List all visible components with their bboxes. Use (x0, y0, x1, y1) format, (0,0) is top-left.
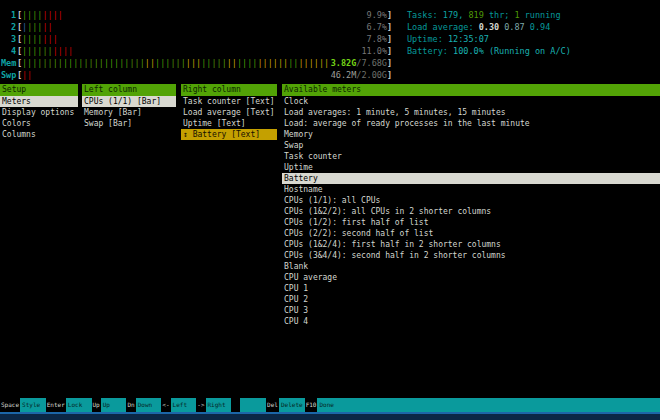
window-bottom-edge (0, 412, 660, 420)
fnkey-label: Up (101, 398, 127, 412)
panel-right-column: Right column Task counter [Text]Load ave… (181, 84, 277, 140)
panel-left-column: Left column CPUs (1/1) [Bar]Memory [Bar]… (82, 84, 176, 129)
htop-setup-screen: 1[||||||||9.9%]2[||||||6.7%]3[|||||||7.8… (0, 0, 660, 420)
setup-item-meters[interactable]: Meters (0, 96, 78, 107)
swap-meter: Swp[||46.2M/2.00G] (0, 69, 420, 81)
setup-item-cpus-1-2-first-half-of-list[interactable]: CPUs (1/2): first half of list (282, 217, 660, 228)
fnkey-label: Down (136, 398, 162, 412)
panel-left-column-header: Left column (82, 84, 176, 96)
setup-item-battery-text[interactable]: ↕ Battery [Text] (181, 129, 277, 140)
panel-available-meters: Available meters ClockLoad averages: 1 m… (282, 84, 660, 327)
fnkey-label: Left (171, 398, 197, 412)
setup-item-columns[interactable]: Columns (0, 129, 78, 140)
setup-item-display-options[interactable]: Display options (0, 107, 78, 118)
function-key-bar: SpaceStyle EnterLock UpUp DnDown <-Left … (0, 398, 660, 412)
battery-line: Battery: 100.0% (Running on A/C) (407, 45, 571, 57)
setup-item-battery[interactable]: Battery (282, 173, 660, 184)
cpu4-meter: 4[||||||||||11.0%] (0, 45, 420, 57)
memory-meter: Mem[||||||||||||||||||||||||||||||||||||… (0, 57, 420, 69)
fnkey-label: Done (317, 398, 660, 412)
setup-item-uptime-text[interactable]: Uptime [Text] (181, 118, 277, 129)
fnkey-cap: Up (92, 398, 101, 412)
setup-item-cpus-3-4-4-second-half-in-2-shorter-columns[interactable]: CPUs (3&4/4): second half in 2 shorter c… (282, 250, 660, 261)
fnkey-down[interactable]: DnDown (126, 398, 161, 412)
fnkey-label: Style (20, 398, 46, 412)
fnkey-blank[interactable] (231, 398, 266, 412)
fnkey-style[interactable]: SpaceStyle (0, 398, 46, 412)
panel-right-column-items: Task counter [Text]Load average [Text]Up… (181, 96, 277, 140)
setup-item-cpu-1[interactable]: CPU 1 (282, 283, 660, 294)
memory-meter-close-bracket: ] (387, 57, 392, 69)
cpu4-meter-close-bracket: ] (387, 45, 392, 57)
cpu1-meter-value: 9.9% (0, 9, 387, 21)
cpu1-meter: 1[||||||||9.9%] (0, 9, 420, 21)
setup-item-cpu-4[interactable]: CPU 4 (282, 316, 660, 327)
fnkey-cap: Del (266, 398, 279, 412)
setup-item-cpus-1-2-2-all-cpus-in-2-shorter-columns[interactable]: CPUs (1&2/2): all CPUs in 2 shorter colu… (282, 206, 660, 217)
setup-item-cpu-2[interactable]: CPU 2 (282, 294, 660, 305)
setup-item-cpus-1-2-4-first-half-in-2-shorter-columns[interactable]: CPUs (1&2/4): first half in 2 shorter co… (282, 239, 660, 250)
cpu2-meter-close-bracket: ] (387, 21, 392, 33)
fnkey-cap: F10 (305, 398, 318, 412)
fnkey-label: Lock (66, 398, 92, 412)
fnkey-up[interactable]: UpUp (92, 398, 127, 412)
fnkey-done[interactable]: F10Done (305, 398, 660, 412)
fnkey-delete[interactable]: DelDelete (266, 398, 305, 412)
cpu3-meter: 3[|||||||7.8%] (0, 33, 420, 45)
panel-setup: Setup MetersDisplay optionsColorsColumns (0, 84, 78, 140)
setup-item-cpus-2-2-second-half-of-list[interactable]: CPUs (2/2): second half of list (282, 228, 660, 239)
fnkey-cap: -> (196, 398, 205, 412)
panel-available-meters-items: ClockLoad averages: 1 minute, 5 minutes,… (282, 96, 660, 327)
setup-item-cpu-average[interactable]: CPU average (282, 272, 660, 283)
panel-available-meters-header: Available meters (282, 84, 660, 96)
setup-item-swap[interactable]: Swap (282, 140, 660, 151)
swap-meter-close-bracket: ] (387, 69, 392, 81)
setup-item-cpus-1-1-all-cpus[interactable]: CPUs (1/1): all CPUs (282, 195, 660, 206)
panel-setup-items: MetersDisplay optionsColorsColumns (0, 96, 78, 140)
setup-item-cpus-1-1-bar[interactable]: CPUs (1/1) [Bar] (82, 96, 176, 107)
setup-item-task-counter-text[interactable]: Task counter [Text] (181, 96, 277, 107)
setup-item-clock[interactable]: Clock (282, 96, 660, 107)
fnkey-cap: Space (0, 398, 20, 412)
fnkey-right[interactable]: ->Right (196, 398, 231, 412)
load-average-line: Load average: 0.30 0.87 0.94 (407, 21, 550, 33)
setup-item-blank[interactable]: Blank (282, 261, 660, 272)
cpu4-meter-value: 11.0% (0, 45, 387, 57)
setup-item-load-averages-1-minute-5-minutes-15-minutes[interactable]: Load averages: 1 minute, 5 minutes, 15 m… (282, 107, 660, 118)
setup-item-memory[interactable]: Memory (282, 129, 660, 140)
cpu3-meter-value: 7.8% (0, 33, 387, 45)
fnkey-cap: Dn (126, 398, 135, 412)
setup-item-colors[interactable]: Colors (0, 118, 78, 129)
setup-item-uptime[interactable]: Uptime (282, 162, 660, 173)
fnkey-left[interactable]: <-Left (161, 398, 196, 412)
setup-item-load-average-text[interactable]: Load average [Text] (181, 107, 277, 118)
cpu2-meter-value: 6.7% (0, 21, 387, 33)
fnkey-label: Right (206, 398, 232, 412)
setup-item-swap-bar[interactable]: Swap [Bar] (82, 118, 176, 129)
cpu3-meter-close-bracket: ] (387, 33, 392, 45)
setup-item-cpu-3[interactable]: CPU 3 (282, 305, 660, 316)
cpu1-meter-close-bracket: ] (387, 9, 392, 21)
tasks-line: Tasks: 179, 819 thr; 1 running (407, 9, 561, 21)
fnkey-cap (231, 398, 240, 412)
fnkey-label: Delete (279, 398, 305, 412)
setup-item-task-counter[interactable]: Task counter (282, 151, 660, 162)
memory-meter-value: 3.82G/7.68G (0, 57, 387, 69)
swap-meter-value: 46.2M/2.00G (0, 69, 387, 81)
setup-item-memory-bar[interactable]: Memory [Bar] (82, 107, 176, 118)
panel-setup-header: Setup (0, 84, 78, 96)
panel-right-column-header: Right column (181, 84, 277, 96)
cpu2-meter: 2[||||||6.7%] (0, 21, 420, 33)
setup-item-hostname[interactable]: Hostname (282, 184, 660, 195)
fnkey-cap: <- (161, 398, 170, 412)
fnkey-lock[interactable]: EnterLock (46, 398, 92, 412)
fnkey-label (240, 398, 266, 412)
setup-item-load-average-of-ready-processes-in-the-last-minute[interactable]: Load: average of ready processes in the … (282, 118, 660, 129)
fnkey-cap: Enter (46, 398, 66, 412)
panel-left-column-items: CPUs (1/1) [Bar]Memory [Bar]Swap [Bar] (82, 96, 176, 129)
uptime-line: Uptime: 12:35:07 (407, 33, 489, 45)
